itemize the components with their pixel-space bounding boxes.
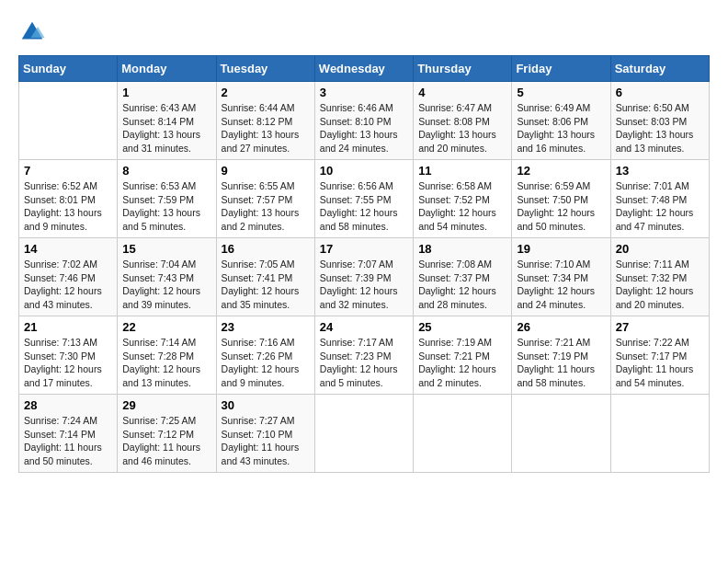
day-number: 29 [122,398,210,412]
week-row-1: 1Sunrise: 6:43 AM Sunset: 8:14 PM Daylig… [19,82,710,160]
calendar-cell: 10Sunrise: 6:56 AM Sunset: 7:55 PM Dayli… [314,160,413,238]
day-info: Sunrise: 6:52 AM Sunset: 8:01 PM Dayligh… [24,179,112,234]
day-info: Sunrise: 6:49 AM Sunset: 8:06 PM Dayligh… [517,101,605,155]
day-number: 8 [122,164,210,178]
day-header-friday: Friday [512,56,610,82]
day-number: 10 [320,164,408,178]
logo-icon [18,18,46,46]
day-info: Sunrise: 7:19 AM Sunset: 7:21 PM Dayligh… [418,336,506,390]
day-info: Sunrise: 7:17 AM Sunset: 7:23 PM Dayligh… [320,336,408,390]
calendar-cell: 11Sunrise: 6:58 AM Sunset: 7:52 PM Dayli… [414,160,512,238]
calendar-cell: 22Sunrise: 7:14 AM Sunset: 7:28 PM Dayli… [118,316,216,395]
day-info: Sunrise: 7:10 AM Sunset: 7:34 PM Dayligh… [517,258,605,312]
day-number: 23 [222,320,310,334]
day-header-monday: Monday [118,56,216,82]
calendar-cell: 30Sunrise: 7:27 AM Sunset: 7:10 PM Dayli… [216,395,314,473]
day-number: 19 [517,242,605,256]
day-info: Sunrise: 7:02 AM Sunset: 7:46 PM Dayligh… [24,258,112,312]
day-number: 7 [24,164,112,178]
day-number: 11 [418,164,506,178]
day-info: Sunrise: 7:01 AM Sunset: 7:48 PM Dayligh… [616,179,704,234]
calendar-cell: 6Sunrise: 6:50 AM Sunset: 8:03 PM Daylig… [610,82,709,160]
day-number: 16 [222,242,310,256]
week-row-5: 28Sunrise: 7:24 AM Sunset: 7:14 PM Dayli… [19,395,710,473]
day-header-tuesday: Tuesday [216,56,314,82]
calendar-cell: 17Sunrise: 7:07 AM Sunset: 7:39 PM Dayli… [314,238,413,316]
day-info: Sunrise: 7:11 AM Sunset: 7:32 PM Dayligh… [616,258,704,312]
calendar-cell: 9Sunrise: 6:55 AM Sunset: 7:57 PM Daylig… [216,160,314,238]
day-info: Sunrise: 6:44 AM Sunset: 8:12 PM Dayligh… [222,101,310,155]
day-info: Sunrise: 6:47 AM Sunset: 8:08 PM Dayligh… [418,101,506,155]
calendar-cell: 29Sunrise: 7:25 AM Sunset: 7:12 PM Dayli… [118,395,216,473]
calendar-cell: 5Sunrise: 6:49 AM Sunset: 8:06 PM Daylig… [512,82,610,160]
day-number: 17 [320,242,408,256]
day-number: 2 [222,86,310,99]
day-header-sunday: Sunday [19,56,118,82]
day-number: 25 [418,320,506,334]
day-info: Sunrise: 6:55 AM Sunset: 7:57 PM Dayligh… [222,179,310,234]
calendar-cell [19,82,118,160]
calendar-cell: 23Sunrise: 7:16 AM Sunset: 7:26 PM Dayli… [216,316,314,395]
day-number: 9 [222,164,310,178]
day-info: Sunrise: 6:46 AM Sunset: 8:10 PM Dayligh… [320,101,408,155]
calendar-cell: 8Sunrise: 6:53 AM Sunset: 7:59 PM Daylig… [118,160,216,238]
day-info: Sunrise: 7:22 AM Sunset: 7:17 PM Dayligh… [616,336,704,390]
day-info: Sunrise: 6:59 AM Sunset: 7:50 PM Dayligh… [517,179,605,234]
calendar-cell: 15Sunrise: 7:04 AM Sunset: 7:43 PM Dayli… [118,238,216,316]
calendar-cell: 2Sunrise: 6:44 AM Sunset: 8:12 PM Daylig… [216,82,314,160]
day-info: Sunrise: 7:05 AM Sunset: 7:41 PM Dayligh… [222,258,310,312]
calendar-cell: 26Sunrise: 7:21 AM Sunset: 7:19 PM Dayli… [512,316,610,395]
calendar-cell: 28Sunrise: 7:24 AM Sunset: 7:14 PM Dayli… [19,395,118,473]
calendar-table: SundayMondayTuesdayWednesdayThursdayFrid… [18,55,710,473]
day-info: Sunrise: 7:24 AM Sunset: 7:14 PM Dayligh… [24,414,112,468]
week-row-3: 14Sunrise: 7:02 AM Sunset: 7:46 PM Dayli… [19,238,710,316]
day-number: 18 [418,242,506,256]
day-number: 5 [517,86,605,99]
day-number: 14 [24,242,112,256]
day-number: 6 [616,86,704,99]
day-number: 20 [616,242,704,256]
day-info: Sunrise: 7:21 AM Sunset: 7:19 PM Dayligh… [517,336,605,390]
page-header [18,18,710,46]
day-number: 27 [616,320,704,334]
day-number: 4 [418,86,506,99]
day-header-saturday: Saturday [610,56,709,82]
day-number: 15 [122,242,210,256]
calendar-cell: 16Sunrise: 7:05 AM Sunset: 7:41 PM Dayli… [216,238,314,316]
calendar-cell: 4Sunrise: 6:47 AM Sunset: 8:08 PM Daylig… [414,82,512,160]
day-number: 24 [320,320,408,334]
day-number: 26 [517,320,605,334]
day-info: Sunrise: 7:27 AM Sunset: 7:10 PM Dayligh… [222,414,310,468]
calendar-cell: 7Sunrise: 6:52 AM Sunset: 8:01 PM Daylig… [19,160,118,238]
day-info: Sunrise: 7:25 AM Sunset: 7:12 PM Dayligh… [122,414,210,468]
day-number: 1 [122,86,210,99]
day-number: 21 [24,320,112,334]
calendar-cell: 19Sunrise: 7:10 AM Sunset: 7:34 PM Dayli… [512,238,610,316]
calendar-cell: 27Sunrise: 7:22 AM Sunset: 7:17 PM Dayli… [610,316,709,395]
calendar-cell [414,395,512,473]
day-info: Sunrise: 6:53 AM Sunset: 7:59 PM Dayligh… [122,179,210,234]
day-info: Sunrise: 7:04 AM Sunset: 7:43 PM Dayligh… [122,258,210,312]
logo [18,18,50,46]
calendar-cell: 20Sunrise: 7:11 AM Sunset: 7:32 PM Dayli… [610,238,709,316]
day-info: Sunrise: 6:50 AM Sunset: 8:03 PM Dayligh… [616,101,704,155]
day-info: Sunrise: 7:07 AM Sunset: 7:39 PM Dayligh… [320,258,408,312]
day-number: 3 [320,86,408,99]
calendar-cell: 24Sunrise: 7:17 AM Sunset: 7:23 PM Dayli… [314,316,413,395]
day-number: 30 [222,398,310,412]
day-number: 28 [24,398,112,412]
day-number: 12 [517,164,605,178]
calendar-cell: 25Sunrise: 7:19 AM Sunset: 7:21 PM Dayli… [414,316,512,395]
day-info: Sunrise: 6:56 AM Sunset: 7:55 PM Dayligh… [320,179,408,234]
calendar-cell: 14Sunrise: 7:02 AM Sunset: 7:46 PM Dayli… [19,238,118,316]
calendar-cell [512,395,610,473]
day-header-row: SundayMondayTuesdayWednesdayThursdayFrid… [19,56,710,82]
day-info: Sunrise: 7:13 AM Sunset: 7:30 PM Dayligh… [24,336,112,390]
day-header-wednesday: Wednesday [314,56,413,82]
day-info: Sunrise: 6:58 AM Sunset: 7:52 PM Dayligh… [418,179,506,234]
week-row-4: 21Sunrise: 7:13 AM Sunset: 7:30 PM Dayli… [19,316,710,395]
day-number: 22 [122,320,210,334]
week-row-2: 7Sunrise: 6:52 AM Sunset: 8:01 PM Daylig… [19,160,710,238]
day-info: Sunrise: 6:43 AM Sunset: 8:14 PM Dayligh… [122,101,210,155]
calendar-cell: 13Sunrise: 7:01 AM Sunset: 7:48 PM Dayli… [610,160,709,238]
